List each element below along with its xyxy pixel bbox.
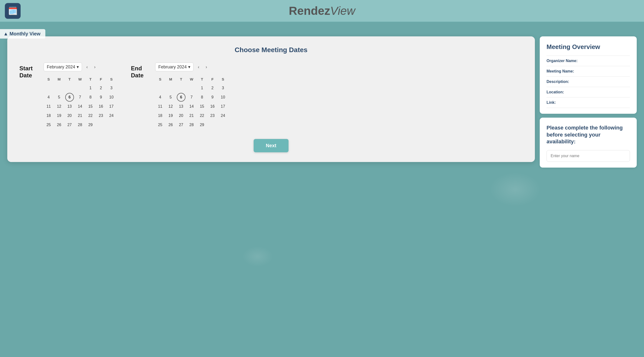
start-day-22[interactable]: 22: [86, 111, 95, 120]
end-day-29[interactable]: 29: [198, 120, 206, 129]
start-prev-month-button[interactable]: ‹: [84, 64, 90, 70]
start-day-13[interactable]: 13: [65, 102, 74, 111]
start-day-10[interactable]: 10: [107, 93, 116, 102]
start-next-month-button[interactable]: ›: [92, 64, 98, 70]
end-day-header-wed: W: [186, 75, 196, 83]
app-title: RendezView: [289, 4, 355, 18]
end-day-9[interactable]: 9: [208, 93, 217, 102]
start-day-4[interactable]: 4: [44, 93, 53, 102]
start-day-2[interactable]: 2: [96, 84, 105, 92]
complete-card: Please complete the following before sel…: [540, 118, 637, 168]
start-day-9[interactable]: 9: [96, 93, 105, 102]
end-day-19[interactable]: 19: [166, 111, 175, 120]
end-day-header-fri: F: [208, 75, 218, 83]
end-day-empty: [177, 84, 186, 92]
end-day-10[interactable]: 10: [218, 93, 227, 102]
start-day-header-fri: F: [96, 75, 106, 83]
start-calendar-grid: S M T W T F S 1: [44, 75, 116, 129]
end-date-label: End Date: [131, 62, 150, 79]
next-button-row: Next: [20, 139, 523, 152]
start-calendar-widget: February 2024 ▾ ‹ › S M T W T F: [44, 62, 116, 129]
start-day-26[interactable]: 26: [55, 120, 64, 129]
end-day-8[interactable]: 8: [198, 93, 206, 102]
complete-title: Please complete the following before sel…: [546, 124, 630, 145]
end-day-20[interactable]: 20: [177, 111, 186, 120]
end-day-26[interactable]: 26: [166, 120, 175, 129]
end-day-7[interactable]: 7: [187, 93, 196, 102]
end-day-14[interactable]: 14: [187, 102, 196, 111]
start-date-label: Start Date: [20, 62, 39, 79]
end-day-12[interactable]: 12: [166, 102, 175, 111]
start-day-25[interactable]: 25: [44, 120, 53, 129]
end-calendar-widget: February 2024 ▾ ‹ › S M T W T F: [155, 62, 228, 129]
end-day-23[interactable]: 23: [208, 111, 217, 120]
start-month-dropdown-icon: ▾: [76, 64, 79, 70]
app-logo: 🗓️: [5, 3, 20, 19]
end-day-header-mon: M: [166, 75, 176, 83]
end-day-1[interactable]: 1: [198, 84, 206, 92]
end-day-5[interactable]: 5: [166, 93, 175, 102]
enter-name-input[interactable]: [546, 150, 630, 162]
meeting-name-field: Meeting Name:: [546, 66, 630, 76]
end-day-24[interactable]: 24: [218, 111, 227, 120]
end-day-25[interactable]: 25: [156, 120, 165, 129]
start-day-14[interactable]: 14: [76, 102, 84, 111]
end-day-18[interactable]: 18: [156, 111, 165, 120]
start-day-29[interactable]: 29: [86, 120, 95, 129]
end-day-4[interactable]: 4: [156, 93, 165, 102]
end-day-11[interactable]: 11: [156, 102, 165, 111]
end-day-empty: [208, 120, 217, 129]
background-area: ▲ Monthly View Choose Meeting Dates Star…: [0, 22, 644, 357]
start-day-23[interactable]: 23: [96, 111, 105, 120]
end-day-2[interactable]: 2: [208, 84, 217, 92]
start-day-19[interactable]: 19: [55, 111, 64, 120]
start-day-7[interactable]: 7: [76, 93, 84, 102]
end-day-28[interactable]: 28: [187, 120, 196, 129]
end-month-select[interactable]: February 2024 ▾: [155, 62, 194, 71]
start-day-1[interactable]: 1: [86, 84, 95, 92]
start-day-12[interactable]: 12: [55, 102, 64, 111]
start-day-3[interactable]: 3: [107, 84, 116, 92]
start-day-empty: [65, 84, 74, 92]
end-day-21[interactable]: 21: [187, 111, 196, 120]
end-day-13[interactable]: 13: [177, 102, 186, 111]
start-day-header-thu: T: [86, 75, 96, 83]
end-prev-month-button[interactable]: ‹: [196, 64, 201, 70]
end-day-3[interactable]: 3: [218, 84, 227, 92]
end-day-17[interactable]: 17: [218, 102, 227, 111]
next-button[interactable]: Next: [254, 139, 288, 152]
start-day-21[interactable]: 21: [76, 111, 84, 120]
start-day-17[interactable]: 17: [107, 102, 116, 111]
end-day-15[interactable]: 15: [198, 102, 206, 111]
end-day-27[interactable]: 27: [177, 120, 186, 129]
start-calendar-nav: February 2024 ▾ ‹ ›: [44, 62, 116, 71]
end-next-month-button[interactable]: ›: [204, 64, 209, 70]
start-day-27[interactable]: 27: [65, 120, 74, 129]
start-day-24[interactable]: 24: [107, 111, 116, 120]
start-day-empty: [44, 84, 53, 92]
meeting-overview-title: Meeting Overview: [546, 43, 630, 51]
start-day-5[interactable]: 5: [55, 93, 64, 102]
end-day-22[interactable]: 22: [198, 111, 206, 120]
start-day-20[interactable]: 20: [65, 111, 74, 120]
end-date-section: End Date February 2024 ▾ ‹ ›: [131, 62, 228, 129]
meeting-overview-card: Meeting Overview Organizer Name: Meeting…: [540, 36, 637, 114]
link-field: Link:: [546, 97, 630, 108]
start-day-empty: [107, 120, 116, 129]
start-day-header-tue: T: [64, 75, 74, 83]
start-day-15[interactable]: 15: [86, 102, 95, 111]
start-day-empty: [96, 120, 105, 129]
end-day-16[interactable]: 16: [208, 102, 217, 111]
start-day-16[interactable]: 16: [96, 102, 105, 111]
end-day-header-sat: S: [218, 75, 228, 83]
start-day-8[interactable]: 8: [86, 93, 95, 102]
start-day-18[interactable]: 18: [44, 111, 53, 120]
start-day-6[interactable]: 6: [65, 93, 74, 102]
start-month-select[interactable]: February 2024 ▾: [44, 62, 82, 71]
monthly-view-tag[interactable]: ▲ Monthly View: [0, 29, 45, 38]
start-day-header-sun: S: [44, 75, 54, 83]
calendar-card-title: Choose Meeting Dates: [20, 46, 523, 54]
end-day-6[interactable]: 6: [177, 93, 186, 102]
start-day-28[interactable]: 28: [76, 120, 84, 129]
start-day-11[interactable]: 11: [44, 102, 53, 111]
